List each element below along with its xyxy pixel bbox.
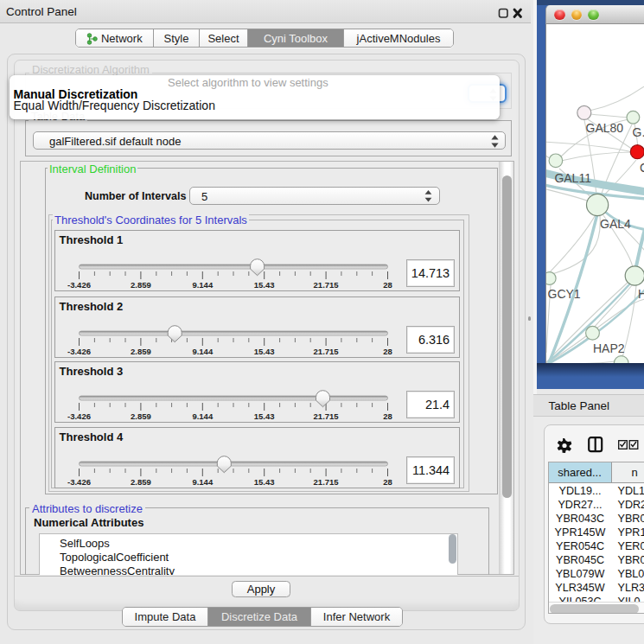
svg-text:9.144: 9.144: [192, 477, 213, 487]
svg-text:-3.426: -3.426: [67, 411, 91, 421]
svg-text:15.43: 15.43: [253, 280, 274, 290]
svg-text:GCY1: GCY1: [548, 286, 581, 300]
svg-text:HAP2: HAP2: [593, 341, 625, 354]
svg-text:2.859: 2.859: [131, 477, 151, 487]
svg-text:Threshold 4: Threshold 4: [59, 430, 123, 443]
svg-text:28: 28: [383, 411, 392, 421]
svg-text:15.43: 15.43: [253, 347, 274, 356]
svg-text:15.43: 15.43: [253, 411, 274, 421]
svg-text:21.715: 21.715: [313, 280, 339, 290]
svg-text:15.43: 15.43: [253, 477, 274, 487]
svg-text:H: H: [638, 286, 644, 300]
svg-text:21.715: 21.715: [313, 347, 339, 356]
svg-text:Threshold 2: Threshold 2: [59, 299, 123, 312]
svg-text:2.859: 2.859: [131, 280, 151, 290]
svg-text:2.859: 2.859: [131, 347, 151, 356]
svg-text:GAL4: GAL4: [600, 216, 631, 230]
svg-text:GAL11: GAL11: [554, 171, 591, 185]
svg-text:Threshold 3: Threshold 3: [59, 365, 123, 378]
svg-text:9.144: 9.144: [192, 280, 213, 290]
svg-text:G..: G..: [633, 125, 644, 139]
svg-text:2.859: 2.859: [131, 411, 151, 421]
svg-text:9.144: 9.144: [192, 411, 213, 421]
svg-text:-3.426: -3.426: [67, 280, 91, 290]
svg-text:Threshold 1: Threshold 1: [59, 233, 123, 246]
svg-text:-3.426: -3.426: [67, 477, 91, 487]
svg-text:C: C: [640, 161, 644, 175]
svg-text:28: 28: [383, 280, 392, 290]
svg-text:GAL80: GAL80: [586, 120, 624, 134]
svg-text:28: 28: [383, 347, 392, 356]
svg-text:21.715: 21.715: [313, 477, 339, 487]
svg-text:9.144: 9.144: [192, 347, 213, 356]
svg-text:21.715: 21.715: [313, 411, 339, 421]
svg-text:-3.426: -3.426: [67, 347, 91, 356]
svg-text:28: 28: [383, 477, 392, 487]
